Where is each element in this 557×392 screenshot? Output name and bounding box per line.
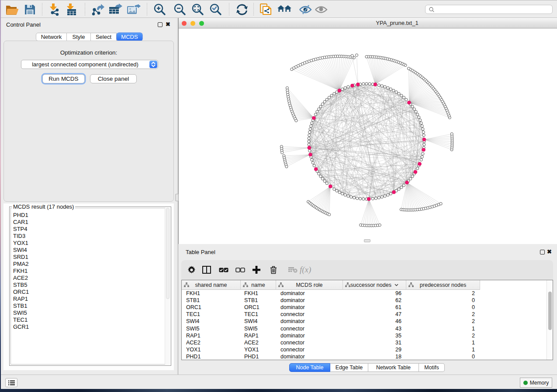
table-row[interactable]: ACE2ACE2connector311 (182, 339, 547, 346)
first-neighbors-icon[interactable] (277, 3, 291, 16)
table-row[interactable]: FKH1FKH1dominator962 (182, 290, 547, 297)
table-panel-close-icon[interactable]: ✖ (547, 249, 552, 254)
open-session-icon[interactable] (5, 3, 18, 16)
control-panel-tab-select[interactable]: Select (91, 33, 117, 41)
table-body: FKH1FKH1dominator962STB1STB1dominator620… (182, 290, 547, 360)
zoom-in-icon[interactable] (153, 3, 166, 16)
toolbar-separator (253, 3, 254, 16)
application-window: Control Panel ✖ NetworkStyleSelectMCDS O… (0, 0, 557, 392)
mcds-result-item[interactable]: FKH1 (11, 268, 170, 275)
delete-column-icon[interactable] (270, 264, 277, 276)
search-input[interactable] (435, 6, 552, 13)
table-row[interactable]: ORC1ORC1dominator610 (182, 304, 547, 311)
mcds-result-item[interactable]: ACE2 (11, 275, 170, 282)
apply-layout-icon[interactable] (236, 3, 248, 16)
zoom-selected-icon[interactable] (209, 3, 222, 16)
mcds-result-item[interactable]: STB1 (11, 303, 170, 309)
network-window-titlebar[interactable]: YPA_prune.txt_1 (179, 18, 557, 28)
mcds-result-item[interactable]: TEC1 (11, 316, 170, 323)
table-row[interactable]: SWI5SWI5connector431 (182, 325, 547, 332)
table-panel-float-icon[interactable] (540, 250, 545, 254)
table-tab-motifs[interactable]: Motifs (419, 363, 445, 372)
table-scrollbar[interactable] (547, 280, 553, 360)
control-panel-tabs: NetworkStyleSelectMCDS (36, 33, 142, 41)
export-network-icon[interactable] (91, 3, 105, 16)
run-mcds-button[interactable]: Run MCDS (42, 74, 85, 83)
column-header-MCDS-role[interactable]: MCDS role (276, 280, 343, 290)
mcds-result-item[interactable]: ORC1 (11, 289, 170, 296)
mcds-result-item[interactable]: PHD1 (11, 212, 170, 219)
mcds-result-item[interactable]: TID3 (11, 233, 170, 240)
import-network-icon[interactable] (47, 3, 60, 16)
table-panel-tabs: Node TableEdge TableNetwork TableMotifs (289, 363, 445, 372)
select-all-icon[interactable] (219, 264, 228, 276)
table-row[interactable]: YOX1YOX1connector291 (182, 346, 547, 353)
mcds-result-item[interactable]: RAP1 (11, 296, 170, 303)
table-cell: 61 (343, 304, 406, 311)
save-session-icon[interactable] (24, 3, 36, 16)
column-header-predecessor-nodes[interactable]: predecessor nodes (406, 280, 480, 290)
table-row[interactable]: RAP1RAP1dominator352 (182, 332, 547, 339)
deselect-all-icon[interactable] (235, 264, 245, 276)
control-panel-close-icon[interactable]: ✖ (166, 22, 170, 27)
table-scrollbar-thumb[interactable] (548, 292, 552, 330)
table-cell: 0 (406, 304, 480, 311)
table-row[interactable]: STB1STB1dominator620 (182, 297, 547, 304)
table-row[interactable]: PHD1PHD1dominator180 (182, 353, 547, 360)
table-tab-network-table[interactable]: Network Table (368, 363, 419, 372)
network-window-title: YPA_prune.txt_1 (179, 20, 557, 26)
mcds-result-item[interactable]: SWI5 (11, 309, 170, 316)
column-header-name[interactable]: name (241, 280, 276, 290)
export-image-icon[interactable] (127, 3, 141, 16)
export-table-icon[interactable] (109, 3, 123, 16)
table-cell: SWI5 (182, 325, 241, 332)
table-tab-node-table[interactable]: Node Table (289, 363, 330, 372)
control-panel-tab-mcds[interactable]: MCDS (117, 33, 142, 41)
mcds-result-list[interactable]: PHD1CAR1STP4TID3YOX1SWI4SRD1PMA2FKH1ACE2… (10, 208, 170, 364)
table-row[interactable]: SWI4SWI4dominator462 (182, 318, 547, 325)
add-column-icon[interactable] (253, 264, 261, 276)
table-tab-edge-table[interactable]: Edge Table (330, 363, 368, 372)
control-panel-tab-network[interactable]: Network (36, 33, 67, 41)
result-scrollbar[interactable] (165, 207, 170, 365)
memory-status-icon (523, 381, 528, 385)
table-row[interactable]: TEC1TEC1connector472 (182, 311, 547, 318)
zoom-fit-icon[interactable] (191, 3, 204, 16)
table-cell: 1 (406, 346, 480, 353)
show-columns-icon[interactable] (202, 264, 211, 276)
memory-button[interactable]: Memory (520, 378, 552, 388)
mcds-result-item[interactable]: CAR1 (11, 219, 170, 226)
desktop-wallpaper-bottom (0, 389, 557, 392)
mcds-result-item[interactable]: SWI4 (11, 247, 170, 254)
mcds-result-item[interactable]: YOX1 (11, 240, 170, 247)
mcds-result-item[interactable]: STB5 (11, 282, 170, 289)
search-box[interactable] (425, 5, 553, 14)
close-panel-button[interactable]: Close panel (90, 74, 137, 83)
table-cell: 62 (343, 297, 406, 304)
table-cell: SWI4 (241, 318, 276, 325)
show-all-icon[interactable] (315, 3, 328, 16)
clone-network-icon[interactable] (259, 3, 272, 16)
control-panel-float-icon[interactable] (158, 22, 163, 27)
mcds-result-item[interactable]: GCR1 (11, 323, 170, 330)
optimization-criterion-select[interactable]: largest connected component (undirected) (21, 60, 158, 69)
mcds-result-item[interactable]: PMA2 (11, 261, 170, 268)
column-header-shared-name[interactable]: shared name (182, 280, 241, 290)
column-type-icon (184, 282, 189, 289)
horizontal-splitter-handle[interactable] (364, 239, 370, 242)
control-panel-tab-style[interactable]: Style (67, 33, 91, 41)
table-cell: dominator (276, 353, 343, 360)
table-cell: PHD1 (241, 353, 276, 360)
zoom-out-icon[interactable] (173, 3, 186, 16)
table-cell: 2 (406, 290, 480, 297)
network-canvas[interactable] (179, 29, 557, 244)
task-history-button[interactable] (5, 378, 17, 387)
mcds-result-item[interactable]: STP4 (11, 226, 170, 233)
column-header-successor-nodes[interactable]: successor nodes (343, 280, 406, 290)
hide-selected-icon[interactable] (299, 3, 312, 16)
table-cell: TEC1 (182, 311, 241, 318)
table-options-icon[interactable] (187, 264, 196, 276)
import-table-icon[interactable] (65, 3, 78, 16)
toolbar-separator (42, 3, 42, 16)
mcds-result-item[interactable]: SRD1 (11, 254, 170, 261)
